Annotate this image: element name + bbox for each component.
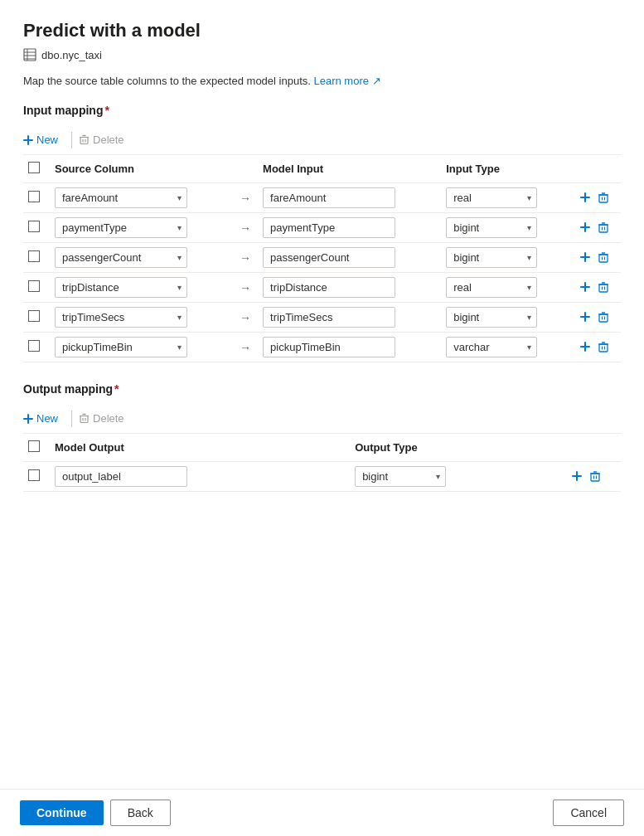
source-column-select[interactable]: tripTimeSecs [55,307,187,328]
input-type-select[interactable]: realbigintvarcharintfloatnvarchar [446,247,537,268]
model-input-cell [258,243,441,273]
add-row-button[interactable] [576,339,594,354]
add-row-button[interactable] [576,279,594,294]
plus-icon-output [23,414,33,424]
delete-row-button[interactable] [594,190,613,205]
output-row-actions-cell [563,462,621,492]
input-delete-button[interactable]: Delete [79,130,124,149]
input-table-row: pickupTimeBin▾→realbigintvarcharintfloat… [23,333,621,362]
model-input-field[interactable] [263,337,395,357]
model-input-field[interactable] [263,187,395,208]
output-type-select[interactable]: realbigintvarcharintfloatnvarchar [355,466,446,487]
output-delete-button[interactable]: Delete [79,409,124,428]
input-type-select[interactable]: realbigintvarcharintfloatnvarchar [446,187,537,208]
arrow-cell: → [233,183,258,213]
row-actions-cell [571,213,621,243]
model-input-cell [258,213,441,243]
model-input-field[interactable] [263,277,395,298]
output-delete-row-button[interactable] [586,469,604,484]
delete-row-button[interactable] [594,250,613,265]
continue-button[interactable]: Continue [20,800,104,825]
subtitle-row: dbo.nyc_taxi [23,48,621,61]
output-new-button[interactable]: New [23,409,65,428]
model-output-header: Model Output [50,434,350,462]
source-column-select[interactable]: fareAmount [55,187,187,208]
input-type-cell: realbigintvarcharintfloatnvarchar▾ [441,333,571,362]
arrow-header [233,155,258,183]
model-output-field[interactable] [55,466,187,487]
source-column-select[interactable]: tripDistance [55,277,187,298]
svg-rect-45 [591,474,599,481]
output-mapping-table: Model Output Output Type realbigintvarch… [23,434,621,492]
footer: Continue Back Cancel [0,789,644,836]
delete-row-button[interactable] [594,279,613,294]
learn-more-link[interactable]: Learn more ↗ [314,75,381,87]
source-column-cell: fareAmount▾ [50,183,233,213]
row-actions-cell [571,303,621,333]
trash-icon [598,251,609,263]
input-new-button[interactable]: New [23,130,65,149]
source-column-select[interactable]: paymentType [55,217,187,238]
input-type-cell: realbigintvarcharintfloatnvarchar▾ [441,213,571,243]
model-input-cell [258,333,441,362]
output-type-cell: realbigintvarcharintfloatnvarchar▾ [350,462,563,492]
plus-icon [579,192,591,203]
trash-icon [589,470,601,482]
header-checkbox[interactable] [28,162,40,173]
model-input-cell [258,303,441,333]
input-row-checkbox[interactable] [28,310,40,322]
source-column-select[interactable]: passengerCount [55,247,187,268]
delete-row-button[interactable] [594,309,613,324]
svg-rect-35 [599,344,608,352]
input-row-checkbox[interactable] [28,191,40,202]
output-row-checkbox[interactable] [28,469,40,481]
plus-icon [579,341,591,352]
add-row-button[interactable] [576,309,594,324]
input-table-row: tripDistance▾→realbigintvarcharintfloatn… [23,273,621,303]
back-button[interactable]: Back [110,800,171,826]
svg-rect-20 [599,255,608,262]
input-row-checkbox[interactable] [28,340,40,352]
arrow-cell: → [233,213,258,243]
source-column-select[interactable]: pickupTimeBin [55,337,187,357]
input-type-cell: realbigintvarcharintfloatnvarchar▾ [441,273,571,303]
input-type-select[interactable]: realbigintvarcharintfloatnvarchar [446,337,537,357]
input-type-cell: realbigintvarcharintfloatnvarchar▾ [441,183,571,213]
plus-icon [579,221,591,233]
trash-icon [598,192,609,203]
input-table-row: tripTimeSecs▾→realbigintvarcharintfloatn… [23,303,621,333]
delete-row-button[interactable] [594,339,613,354]
output-add-row-button[interactable] [568,469,586,484]
arrow-cell: → [233,243,258,273]
input-mapping-section: Input mapping* New Delete [23,104,621,362]
output-header-checkbox[interactable] [28,440,40,452]
input-row-checkbox[interactable] [28,280,40,292]
source-column-cell: tripTimeSecs▾ [50,303,233,333]
output-table-row: realbigintvarcharintfloatnvarchar▾ [23,462,621,492]
output-actions-header [563,434,621,462]
arrow-cell: → [233,333,258,362]
model-input-cell [258,183,441,213]
subtitle-text: dbo.nyc_taxi [41,49,102,61]
output-mapping-toolbar: New Delete [23,404,621,434]
input-row-checkbox[interactable] [28,250,40,262]
model-input-field[interactable] [263,307,395,328]
input-row-checkbox[interactable] [28,221,40,232]
delete-row-button[interactable] [594,220,613,235]
add-row-button[interactable] [576,190,594,205]
add-row-button[interactable] [576,250,594,265]
model-input-field[interactable] [263,217,395,238]
source-column-cell: pickupTimeBin▾ [50,333,233,362]
description: Map the source table columns to the expe… [23,75,621,87]
row-actions-cell [571,183,621,213]
required-star: * [104,104,109,117]
toolbar-divider [71,132,72,148]
add-row-button[interactable] [576,220,594,235]
model-input-field[interactable] [263,247,395,268]
plus-icon [23,135,33,145]
input-type-select[interactable]: realbigintvarcharintfloatnvarchar [446,307,537,328]
input-type-select[interactable]: realbigintvarcharintfloatnvarchar [446,217,537,238]
input-type-select[interactable]: realbigintvarcharintfloatnvarchar [446,277,537,298]
cancel-button[interactable]: Cancel [553,800,624,826]
input-type-cell: realbigintvarcharintfloatnvarchar▾ [441,243,571,273]
